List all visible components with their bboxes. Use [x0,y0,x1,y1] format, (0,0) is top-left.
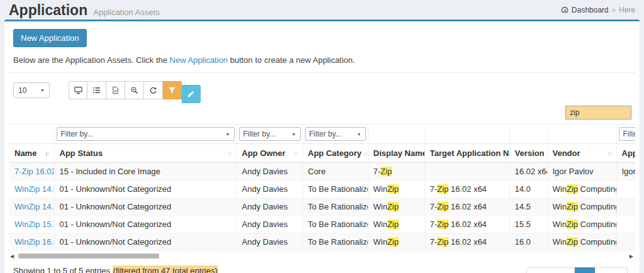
column-header-app-i[interactable]: App I↓↑ [616,144,635,163]
scroll-left-arrow-icon[interactable]: ◀ [10,254,14,259]
app-owner-filter-cell: Filter by...▼ [236,125,303,144]
target-application-name-cell: 7-Zip 16.02 x64 [425,181,509,198]
filter-row: Filter by...▼Filter by...▼Filter by...▼F… [9,125,635,144]
column-header-target-application-name[interactable]: Target Application Name↓↑ [425,144,509,163]
chevron-down-icon: ▼ [40,88,45,92]
application-name-link[interactable]: WinZip 15.5 [14,220,54,229]
app-i-cell [616,198,635,216]
column-header-display-name[interactable]: Display Name↓↑ [368,144,425,163]
application-name-link[interactable]: WinZip 14.0 [14,184,54,194]
app-status-filter-placeholder: Filter by... [61,130,94,138]
filter-button[interactable] [163,81,182,99]
scrollbar-thumb[interactable] [18,254,159,259]
toolbar-button-group [69,81,201,103]
page-title: Application [9,2,87,19]
version-filter-cell [509,125,547,144]
table-toolbar: 10 ▼ [13,81,631,100]
app-category-cell: To Be Rationalized [303,181,368,198]
column-header-name[interactable]: Name↓↑ [9,144,54,163]
app-i-cell: IgorP [616,163,635,181]
column-header-app-status[interactable]: App Status↓↑ [54,144,236,163]
refresh-button[interactable] [144,81,163,99]
new-application-link[interactable]: New Application [170,55,228,65]
display-button[interactable] [69,81,87,99]
column-label: Display Name [374,148,425,158]
chevron-down-icon: ▼ [226,132,230,136]
column-header-version[interactable]: Version↓↑ [509,144,547,163]
entries-info: Showing 1 to 5 of 5 entries (filtered fr… [13,266,218,273]
name-cell: WinZip 16.0 [9,233,54,251]
column-header-app-category[interactable]: App Category↓↑ [303,144,368,163]
application-assets-panel: New Application Below are the Applicatio… [4,20,640,273]
search-row [13,106,631,120]
version-cell: 14.5 [509,198,547,216]
display-name-cell: 7-Zip [368,163,425,181]
column-header-app-owner[interactable]: App Owner↓↑ [236,144,303,163]
app-owner-cell: Andy Davies [236,233,303,251]
app-status-filter-select[interactable]: Filter by...▼ [57,127,235,141]
application-name-link[interactable]: 7-Zip 16.02 x64 [14,167,54,176]
application-name-link[interactable]: WinZip 16.0 [14,237,54,247]
chevron-down-icon: ▼ [357,132,362,136]
description-text: Below are the Application Assets. Click … [13,55,631,65]
search-match-highlight: Zip [387,184,399,194]
vendor-cell: Igor Pavlov [547,163,616,181]
app-owner-cell: Andy Davies [236,198,303,216]
new-application-button[interactable]: New Application [13,29,87,47]
name-cell: WinZip 14.0 [9,181,54,198]
column-label: App Owner [242,148,286,158]
previous-page-button[interactable]: Previous [526,267,575,273]
funnel-icon [168,86,176,94]
app-owner-filter-select[interactable]: Filter by...▼ [239,127,301,141]
monitor-icon [74,86,82,94]
scroll-right-arrow-icon[interactable]: ▶ [630,254,633,259]
sort-icon: ↓↑ [228,150,231,157]
magnifier-icon [130,86,138,94]
app-category-filter-placeholder: Filter by... [309,130,342,138]
list-button[interactable] [87,81,106,99]
file-excel-icon [111,86,119,94]
list-icon [92,86,101,94]
breadcrumb-current: Here [619,6,635,14]
breadcrumb-dashboard-link[interactable]: Dashboard [572,6,609,14]
column-header-vendor[interactable]: Vendor↓↑ [547,144,616,163]
pagination: Previous 1 Next [526,267,628,273]
page-length-value: 10 [18,86,26,95]
app-status-cell: 01 - Unknown/Not Categorized [54,198,236,216]
version-cell: 16.02 x64 [509,163,547,181]
target-application-name-filter-cell [425,125,509,144]
app-status-cell: 01 - Unknown/Not Categorized [54,216,236,233]
application-name-link[interactable]: WinZip 14.5 [14,202,54,211]
page-1-button[interactable]: 1 [575,267,595,273]
table-footer: Showing 1 to 5 of 5 entries (filtered fr… [13,262,631,273]
breadcrumb-separator: > [612,6,616,14]
name-filter-cell [9,125,54,144]
sort-icon: ↓↑ [608,150,611,157]
app-category-filter-select[interactable]: Filter by...▼ [305,127,366,141]
content-header: Application Application Assets Dashboard… [0,0,644,20]
app-category-filter-cell: Filter by...▼ [303,125,368,144]
search-match-highlight: Zip [437,237,448,247]
display-name-cell: WinZip [368,216,425,233]
export-excel-button[interactable] [106,81,125,99]
search-input[interactable] [565,106,631,120]
table-row: WinZip 15.501 - Unknown/Not CategorizedA… [9,216,635,233]
table-row: WinZip 14.001 - Unknown/Not CategorizedA… [9,181,635,198]
edit-button[interactable] [182,85,201,103]
description-after: button to create a new Application. [228,55,355,65]
sort-icon: ↓↑ [294,150,297,157]
zoom-button[interactable] [125,81,144,99]
app-i-filter-select[interactable]: Filter by...▼ [619,127,636,141]
target-application-name-cell: 7-Zip 16.02 x64 [425,233,509,251]
next-page-button[interactable]: Next [595,267,628,273]
name-cell: 7-Zip 16.02 x64 [9,163,54,181]
sort-icon: ↓↑ [45,150,49,157]
table-row: 7-Zip 16.02 x6415 - Included in Core Ima… [9,163,635,181]
page-length-select[interactable]: 10 ▼ [13,82,50,98]
vendor-cell: WinZip Computing, S.L. [547,216,616,233]
column-label: Name [14,148,36,158]
app-i-filter-cell: Filter by...▼ [616,125,635,144]
search-match-highlight: Zip [437,202,448,211]
vendor-cell: WinZip Computing, S.L. [547,233,616,251]
column-label: Version [515,148,545,158]
